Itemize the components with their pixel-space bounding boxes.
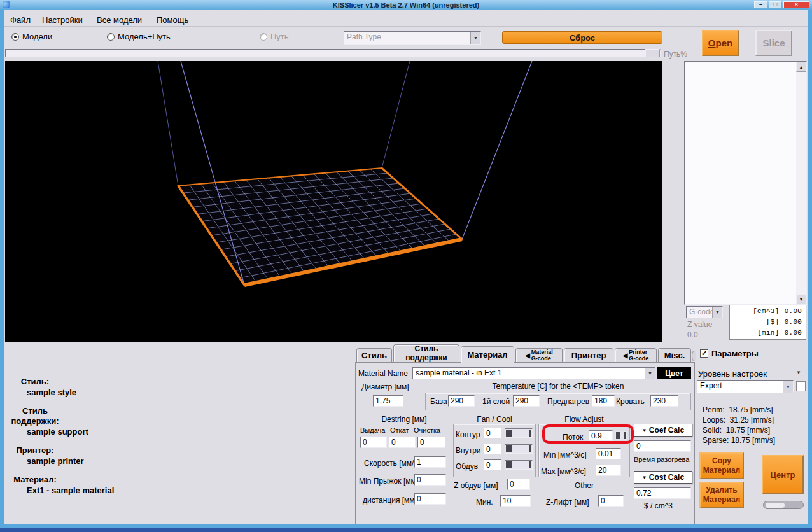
fan-min-field[interactable] (500, 495, 531, 507)
color-button-label: Цвет (665, 369, 683, 378)
menu-all-models[interactable]: Все модели (97, 15, 142, 25)
path-percent-label: Путь% (664, 50, 687, 59)
flow-min-field[interactable] (596, 448, 621, 459)
diameter-field[interactable] (373, 395, 403, 407)
cost-value-field[interactable] (634, 487, 691, 499)
scroll-down-icon[interactable]: ▼ (796, 294, 806, 304)
fan-loops-label: Контур (456, 430, 480, 439)
prime-field[interactable] (360, 437, 387, 448)
tab-material-gcode[interactable]: ◀ Material G-code (515, 348, 563, 362)
z-lift-field[interactable] (598, 495, 624, 507)
fan-inside-field[interactable] (484, 444, 501, 454)
chevron-down-icon: ▼ (642, 428, 647, 433)
left-arrow-icon: ◀ (525, 352, 530, 359)
min-jump-field[interactable] (414, 474, 446, 486)
model-list-scrollbar[interactable] (796, 72, 806, 294)
os-taskbar[interactable] (0, 528, 812, 532)
material-name-label: Material Name (358, 369, 408, 378)
fan-loops-slider[interactable] (505, 428, 533, 438)
flow-max-field[interactable] (596, 465, 621, 476)
cost-calc-button[interactable]: ▼ Cost Calc (634, 471, 692, 484)
fan-inside-slider[interactable] (505, 444, 533, 454)
menu-settings[interactable]: Настройки (42, 15, 83, 25)
support-label: Стиль поддержки: (8, 406, 62, 426)
settings-level-aux-box[interactable] (796, 381, 806, 391)
close-button-icon[interactable]: × (783, 1, 809, 8)
app-icon (3, 1, 10, 8)
temp-bed-field[interactable] (650, 395, 678, 407)
radio-selected-icon (11, 33, 19, 41)
parameters-checkbox[interactable]: ✓ (700, 349, 708, 358)
gcode-select[interactable]: G-code ▼ (686, 306, 723, 318)
settings-level-value: Expert (697, 381, 783, 393)
menu-help[interactable]: Помощь (157, 15, 188, 25)
tab-support[interactable]: Стиль поддержки (393, 344, 459, 362)
radio-models-label: Модели (22, 32, 52, 41)
menu-file[interactable]: Файл (10, 15, 31, 25)
copy-material-button[interactable]: Copy Материал (699, 452, 744, 479)
radio-icon (107, 33, 115, 41)
coef-calc-button[interactable]: ▼ Coef Calc (634, 424, 692, 437)
temp-first-layer-label: 1й слой (482, 397, 510, 406)
temp-keep-warm-field[interactable] (592, 395, 615, 407)
fan-loops-field[interactable] (484, 428, 501, 438)
scroll-up-icon[interactable]: ▲ (796, 62, 806, 72)
wipe-label: Очистка (414, 426, 440, 434)
z-lift-label: Z-Лифт [мм] (546, 498, 589, 507)
current-profiles-info: Стиль: sample style Стиль поддержки: sam… (8, 377, 199, 504)
tab-material[interactable]: Материал (461, 346, 514, 363)
path-percent-slider-thumb[interactable] (645, 49, 660, 57)
wipe-distance-field[interactable] (414, 493, 446, 505)
coef-value-field[interactable] (634, 440, 691, 452)
printer-value: sample printer (27, 456, 199, 466)
minimize-button-icon[interactable]: – (754, 1, 767, 8)
center-button[interactable]: Центр (762, 455, 804, 494)
wipe-field[interactable] (417, 437, 445, 448)
tab-printer[interactable]: Принтер (564, 348, 613, 362)
settings-level-arrow-icon[interactable]: ▼ (796, 370, 801, 375)
coef-calc-label: Coef Calc (649, 426, 684, 435)
tab-style[interactable]: Стиль (356, 348, 392, 362)
suck-field[interactable] (389, 437, 416, 448)
viewport-3d[interactable] (5, 61, 662, 342)
tab-printer-gcode[interactable]: ◀ Printer G-code (615, 348, 657, 362)
delete-material-button[interactable]: Удалить Материал (699, 482, 744, 508)
flow-max-label: Max [мм^3/с] (541, 467, 586, 476)
path-percent-slider[interactable] (5, 49, 661, 57)
left-arrow-icon: ◀ (623, 352, 628, 359)
speed-stats: Perim: 18.75 [mm/s] Loops: 31.25 [mm/s] … (703, 405, 775, 445)
destring-speed-field[interactable] (414, 456, 446, 468)
prime-label: Выдача (360, 426, 385, 434)
diameter-label: Диаметр [мм] (361, 382, 409, 391)
color-button[interactable]: Цвет (657, 367, 691, 379)
center-mini-slider[interactable] (763, 501, 804, 509)
slice-button[interactable]: Slice (755, 30, 792, 56)
z-value: 0.0 (687, 330, 698, 339)
fan-z-field[interactable] (507, 479, 530, 490)
radio-models[interactable]: Модели (11, 32, 52, 41)
center-label: Центр (770, 470, 795, 480)
tab-printer-label: Принтер (571, 351, 606, 360)
fan-cool-field[interactable] (484, 459, 501, 470)
open-button[interactable]: Open (702, 30, 739, 56)
flow-tweak-field[interactable] (589, 430, 613, 441)
estimate-stats-box: [cm^3]0.00 [$]0.00 [min]0.00 (729, 305, 806, 340)
path-type-select[interactable]: Path Type ▼ (344, 31, 481, 45)
maximize-button-icon[interactable]: □ (769, 1, 782, 8)
tab-misc[interactable]: Misc. (658, 348, 691, 362)
flow-tweak-slider[interactable] (615, 431, 627, 440)
stat-time: [min]0.00 (730, 327, 806, 338)
temp-first-layer-field[interactable] (513, 395, 540, 407)
settings-level-select[interactable]: Expert ▼ (697, 380, 794, 393)
stat-volume: [cm^3]0.00 (730, 305, 806, 316)
material-name-select[interactable]: sample material - in Ext 1 ▼ (412, 367, 655, 379)
style-label: Стиль: (8, 377, 62, 387)
radio-model-path[interactable]: Модель+Путь (107, 32, 171, 41)
material-name-value: sample material - in Ext 1 (413, 368, 645, 379)
fan-cool-slider[interactable] (505, 460, 533, 470)
center-mini-slider-thumb[interactable] (766, 503, 785, 508)
model-list-panel[interactable] (684, 61, 807, 305)
reset-button[interactable]: Сброс (502, 31, 662, 44)
temp-main-field[interactable] (448, 395, 475, 407)
speed-sparse: Sparse: 18.75 [mm/s] (703, 435, 775, 445)
